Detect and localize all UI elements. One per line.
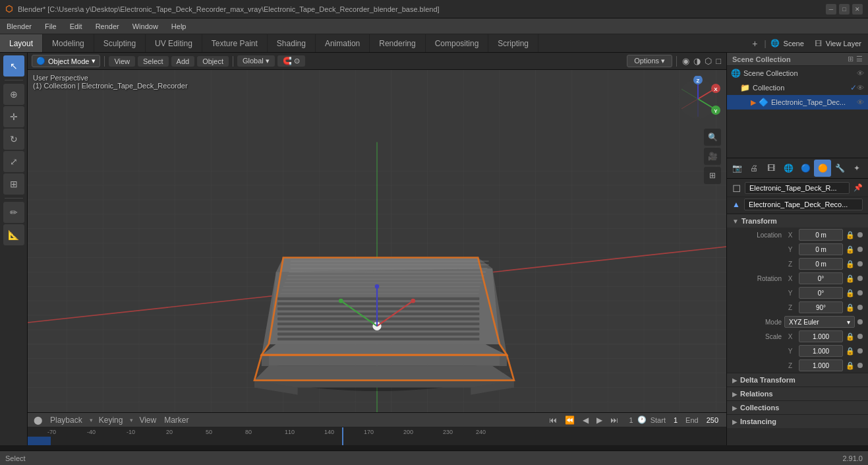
cursor-tool-button[interactable]: ⊕ <box>3 84 24 105</box>
object-mode-dropdown[interactable]: 🔵 Object Mode ▾ <box>32 55 100 67</box>
scene-collection-item[interactable]: 🌐 Scene Collection 👁 <box>727 66 868 80</box>
scale-z-lock[interactable]: 🔒 <box>846 361 855 370</box>
select-tool-button[interactable]: ↖ <box>3 55 24 77</box>
end-value[interactable]: 250 <box>703 416 722 425</box>
tab-uv-editing[interactable]: UV Editing <box>146 34 202 52</box>
scene-collection-eye[interactable]: 👁 <box>857 69 864 77</box>
collection-item[interactable]: 📁 Collection ✓ 👁 <box>727 80 868 95</box>
rotation-y-dot[interactable] <box>857 290 863 295</box>
rotation-mode-field[interactable]: XYZ Euler ▾ <box>784 316 855 328</box>
output-props-button[interactable]: 🖨 <box>745 160 763 177</box>
rotation-x-lock[interactable]: 🔒 <box>846 274 855 283</box>
close-button[interactable]: ✕ <box>852 4 863 15</box>
mesh-name-input[interactable]: Electronic_Tape_Deck_Reco... <box>744 199 863 210</box>
scale-x-field[interactable]: 1.000 <box>799 330 843 342</box>
location-y-dot[interactable] <box>857 247 863 252</box>
frame-label[interactable]: 1 <box>629 416 633 424</box>
add-workspace-button[interactable]: + <box>749 38 760 49</box>
play-back-button[interactable]: ◀ <box>581 416 591 425</box>
timeline-track[interactable]: -70 -40 -10 20 50 80 110 140 170 200 230… <box>28 427 726 445</box>
toggle-camera-button[interactable]: 🎥 <box>704 148 721 165</box>
options-button[interactable]: Options ▾ <box>627 55 672 67</box>
rotate-tool-button[interactable]: ↻ <box>3 129 24 150</box>
location-y-field[interactable]: 0 m <box>799 243 843 255</box>
scene-props-button[interactable]: 🌐 <box>780 160 797 177</box>
viewport-canvas[interactable] <box>28 70 726 445</box>
scale-z-field[interactable]: 1.000 <box>799 359 843 371</box>
scale-z-dot[interactable] <box>857 363 863 368</box>
object-menu[interactable]: Object <box>197 56 229 67</box>
location-z-lock[interactable]: 🔒 <box>846 260 855 268</box>
rendered-shading-button[interactable]: ⬡ <box>703 55 713 67</box>
tab-compositing[interactable]: Compositing <box>426 34 489 52</box>
location-y-lock[interactable]: 🔒 <box>846 245 855 254</box>
render-props-button[interactable]: 📷 <box>728 160 745 177</box>
toggle-orthographic-button[interactable]: ⊞ <box>704 167 721 184</box>
menu-window[interactable]: Window <box>126 18 165 34</box>
rotation-y-field[interactable]: 0° <box>799 287 843 299</box>
location-x-field[interactable]: 0 m <box>799 229 843 241</box>
menu-blender[interactable]: Blender <box>0 18 38 34</box>
tab-shading[interactable]: Shading <box>268 34 316 52</box>
location-z-dot[interactable] <box>857 261 863 266</box>
annotate-tool-button[interactable]: ✏ <box>3 202 24 223</box>
world-props-button[interactable]: 🔵 <box>797 160 814 177</box>
marker-label[interactable]: Marker <box>162 416 190 425</box>
tab-animation[interactable]: Animation <box>316 34 370 52</box>
menu-file[interactable]: File <box>38 18 63 34</box>
snap-controls[interactable]: 🧲 ⊙ <box>277 55 305 67</box>
location-z-field[interactable]: 0 m <box>799 258 843 270</box>
rotation-x-dot[interactable] <box>857 276 863 281</box>
rotation-z-lock[interactable]: 🔒 <box>846 303 855 312</box>
minimize-button[interactable]: ─ <box>826 4 836 15</box>
select-menu[interactable]: Select <box>138 56 169 67</box>
tab-layout[interactable]: Layout <box>0 34 43 52</box>
step-back-button[interactable]: ⏪ <box>563 416 577 425</box>
timeline-circle-button[interactable]: ⬤ <box>32 416 44 425</box>
zoom-to-fit-button[interactable]: 🔍 <box>704 129 721 146</box>
object-item[interactable]: ▶ 🔷 Electronic_Tape_Dec... 👁 <box>727 95 868 109</box>
tab-scripting[interactable]: Scripting <box>488 34 538 52</box>
tab-texture-paint[interactable]: Texture Paint <box>202 34 268 52</box>
solid-shading-button[interactable]: ◉ <box>681 55 691 67</box>
viewport[interactable]: 🔵 Object Mode ▾ View Select Add Object G… <box>28 53 726 445</box>
location-x-dot[interactable] <box>857 232 863 237</box>
maximize-button[interactable]: □ <box>839 4 850 15</box>
navigation-gizmo[interactable]: X Y Z <box>675 76 721 122</box>
instancing-section-header[interactable]: ▶ Instancing <box>727 414 868 428</box>
material-shading-button[interactable]: ◑ <box>692 55 702 67</box>
particles-props-button[interactable]: ✦ <box>848 160 865 177</box>
transform-section-header[interactable]: ▼ Transform <box>727 214 868 228</box>
menu-edit[interactable]: Edit <box>63 18 89 34</box>
tab-rendering[interactable]: Rendering <box>370 34 425 52</box>
view-menu[interactable]: View <box>109 56 135 67</box>
modifier-props-button[interactable]: 🔧 <box>831 160 848 177</box>
filter-icon[interactable]: ⊞ <box>848 55 854 63</box>
keying-label[interactable]: Keying <box>97 416 125 425</box>
location-x-lock[interactable]: 🔒 <box>846 231 855 239</box>
scale-y-lock[interactable]: 🔒 <box>846 347 855 356</box>
scale-tool-button[interactable]: ⤢ <box>3 151 24 172</box>
scale-x-dot[interactable] <box>857 334 863 339</box>
outliner-options-icon[interactable]: ☰ <box>856 55 863 63</box>
object-props-button[interactable]: 🟠 <box>814 160 831 177</box>
rotation-x-field[interactable]: 0° <box>799 272 843 284</box>
scale-x-lock[interactable]: 🔒 <box>846 332 855 341</box>
jump-start-button[interactable]: ⏮ <box>547 416 559 425</box>
tab-modeling[interactable]: Modeling <box>43 34 94 52</box>
add-menu[interactable]: Add <box>171 56 195 67</box>
object-name-input[interactable]: Electronic_Tape_Deck_R... <box>745 182 850 194</box>
global-dropdown[interactable]: Global ▾ <box>237 55 275 67</box>
rotation-z-dot[interactable] <box>857 305 863 310</box>
view-label[interactable]: View <box>137 416 158 425</box>
tab-sculpting[interactable]: Sculpting <box>94 34 146 52</box>
collection-check[interactable]: ✓ <box>850 83 857 92</box>
relations-section-header[interactable]: ▶ Relations <box>727 387 868 400</box>
wireframe-shading-button[interactable]: □ <box>714 55 722 67</box>
menu-help[interactable]: Help <box>165 18 193 34</box>
measure-tool-button[interactable]: 📐 <box>3 224 24 245</box>
rotation-z-field[interactable]: 90° <box>799 301 843 313</box>
jump-end-button[interactable]: ⏭ <box>608 416 620 425</box>
mode-dot[interactable] <box>857 319 863 325</box>
scale-y-dot[interactable] <box>857 348 863 354</box>
